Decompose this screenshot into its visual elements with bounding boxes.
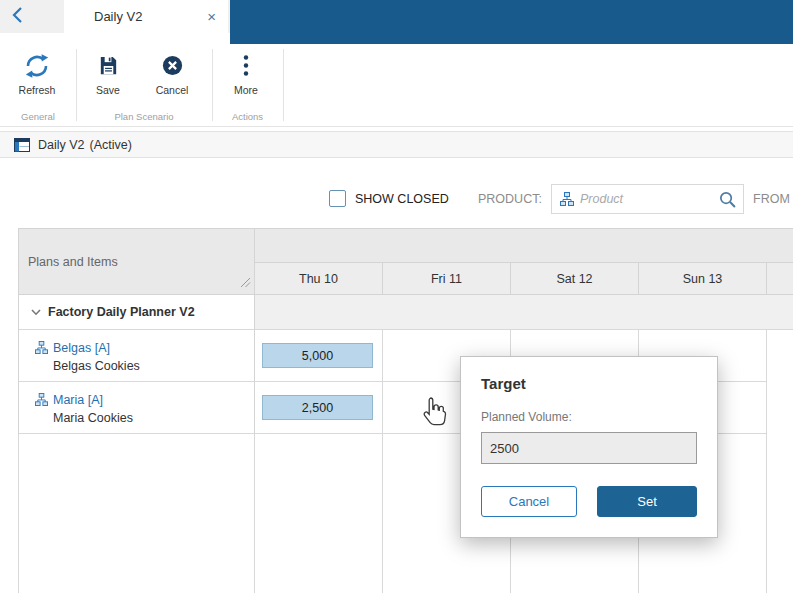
ribbon-separator — [283, 49, 284, 121]
item-subtitle: Belgas Cookies — [53, 357, 254, 376]
view-header: Daily V2 (Active) — [0, 131, 793, 158]
item-link[interactable]: Maria [A] — [53, 393, 103, 407]
target-dialog: Target Planned Volume: Cancel Set — [460, 356, 718, 538]
product-icon — [560, 192, 574, 206]
row-header-belgas: Belgas [A] Belgas Cookies — [18, 330, 255, 382]
empty-column — [255, 434, 383, 593]
group-row: Factory Daily Planner V2 — [18, 295, 793, 330]
planner-icon — [14, 137, 30, 153]
refresh-label: Refresh — [19, 84, 56, 96]
more-button[interactable]: More — [222, 52, 270, 96]
product-search-input[interactable] — [580, 192, 712, 206]
cell-value[interactable]: 2,500 — [262, 395, 373, 420]
set-button[interactable]: Set — [597, 486, 697, 517]
corner-header-label: Plans and Items — [28, 255, 118, 269]
cancel-button[interactable]: Cancel — [148, 52, 196, 96]
more-label: More — [234, 84, 258, 96]
view-status: (Active) — [90, 138, 132, 152]
show-closed-checkbox[interactable] — [329, 190, 346, 207]
header-band — [255, 228, 793, 263]
refresh-icon — [24, 52, 50, 79]
search-icon[interactable] — [718, 190, 737, 209]
product-label: PRODUCT: — [478, 192, 542, 206]
cell-maria-thu10[interactable]: 2,500 — [255, 382, 383, 434]
cancel-label: Cancel — [156, 84, 189, 96]
product-icon — [35, 341, 48, 354]
save-icon — [97, 52, 120, 79]
chevron-down-icon[interactable] — [31, 309, 41, 316]
group-row-label: Factory Daily Planner V2 — [48, 305, 195, 319]
save-label: Save — [96, 84, 120, 96]
ribbon-group-plan-scenario: Plan Scenario — [76, 111, 212, 122]
show-closed-label: SHOW CLOSED — [355, 192, 449, 206]
ribbon-toolbar: Refresh Save Can — [0, 44, 793, 127]
refresh-button[interactable]: Refresh — [8, 52, 66, 96]
column-header-sat12[interactable]: Sat 12 — [511, 263, 639, 295]
item-subtitle: Maria Cookies — [53, 409, 254, 428]
ribbon-group-actions: Actions — [212, 111, 283, 122]
app-window: Daily V2 × Refresh — [0, 0, 793, 593]
ribbon-group-general: General — [0, 111, 76, 122]
save-button[interactable]: Save — [84, 52, 132, 96]
column-header-filler — [767, 263, 793, 295]
cancel-icon — [161, 52, 184, 79]
group-row-header[interactable]: Factory Daily Planner V2 — [18, 295, 255, 330]
top-accent-bar — [230, 0, 793, 44]
empty-name-column — [18, 434, 255, 593]
cell-value[interactable]: 5,000 — [262, 343, 373, 368]
view-title: Daily V2 — [38, 138, 85, 152]
date-header-row: Thu 10 Fri 11 Sat 12 Sun 13 — [255, 263, 793, 295]
back-button[interactable] — [6, 6, 30, 28]
cancel-button[interactable]: Cancel — [481, 486, 577, 517]
column-header-thu10[interactable]: Thu 10 — [255, 263, 383, 295]
tab-title: Daily V2 — [94, 9, 142, 24]
cell-belgas-thu10[interactable]: 5,000 — [255, 330, 383, 382]
column-header-sun13[interactable]: Sun 13 — [639, 263, 767, 295]
product-icon — [35, 393, 48, 406]
row-header-maria: Maria [A] Maria Cookies — [18, 382, 255, 434]
dialog-title: Target — [481, 375, 697, 392]
tab-daily-v2[interactable]: Daily V2 × — [64, 0, 228, 33]
item-link[interactable]: Belgas [A] — [53, 341, 110, 355]
close-icon[interactable]: × — [207, 9, 216, 24]
product-search-box[interactable] — [551, 184, 744, 214]
tab-strip: Daily V2 × — [0, 0, 230, 33]
more-icon — [243, 52, 249, 79]
resize-handle-icon[interactable] — [240, 277, 251, 291]
group-row-cells — [255, 295, 793, 330]
column-header-fri11[interactable]: Fri 11 — [383, 263, 511, 295]
planned-volume-input[interactable] — [481, 432, 697, 464]
planned-volume-label: Planned Volume: — [481, 410, 697, 424]
chevron-left-icon — [10, 6, 26, 28]
dialog-buttons: Cancel Set — [481, 486, 697, 517]
from-label: FROM — [753, 192, 790, 206]
corner-header: Plans and Items — [18, 228, 255, 295]
